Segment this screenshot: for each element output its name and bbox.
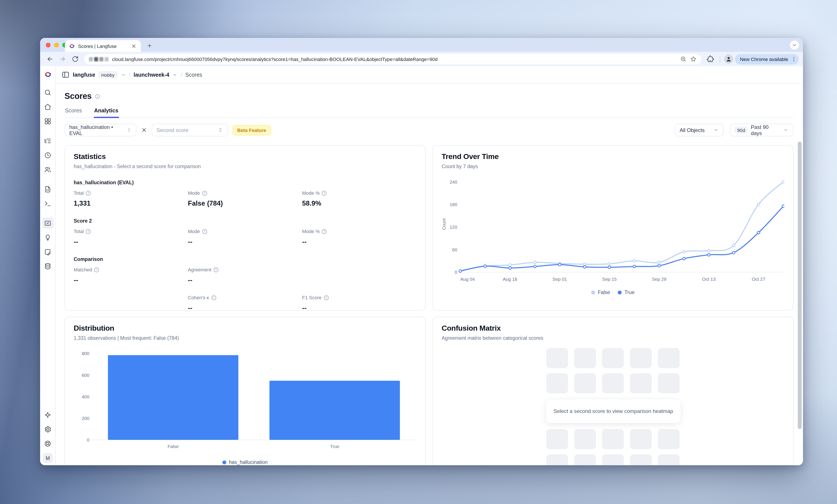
close-window-button[interactable] bbox=[46, 43, 51, 48]
zoom-icon[interactable] bbox=[680, 56, 687, 62]
svg-text:Aug 18: Aug 18 bbox=[503, 277, 517, 282]
user-avatar[interactable]: M bbox=[43, 453, 53, 463]
sidebar-item-tracing[interactable] bbox=[42, 135, 53, 146]
object-type-select[interactable]: All Objects bbox=[675, 124, 724, 136]
sidebar-item-prompts[interactable] bbox=[42, 183, 53, 195]
svg-text:180: 180 bbox=[450, 202, 457, 207]
svg-text:Sep 29: Sep 29 bbox=[652, 277, 666, 282]
desktop: Scores | Langfuse cloud.langfuse.com/pro… bbox=[0, 0, 837, 504]
sidebar-item-scores[interactable] bbox=[42, 217, 53, 229]
metric-cohens-kappa: Cohen's κ -- bbox=[188, 295, 302, 312]
score2-select[interactable]: Second score bbox=[152, 124, 228, 136]
heatmap-placeholder-top bbox=[546, 348, 680, 393]
help-icon[interactable] bbox=[214, 267, 218, 272]
chevron-down-icon bbox=[713, 127, 719, 133]
help-icon[interactable] bbox=[322, 229, 327, 234]
clear-score1-icon[interactable] bbox=[141, 127, 147, 133]
svg-text:Oct 27: Oct 27 bbox=[752, 277, 765, 282]
bookmark-star-icon[interactable] bbox=[690, 56, 697, 62]
distribution-legend: has_hallucination bbox=[74, 460, 416, 465]
tab-scores[interactable]: Scores bbox=[65, 108, 83, 118]
browser-tab[interactable]: Scores | Langfuse bbox=[65, 40, 141, 52]
svg-text:120: 120 bbox=[450, 225, 457, 229]
help-icon[interactable] bbox=[202, 229, 207, 234]
plan-badge: Hobby bbox=[98, 71, 118, 78]
heatmap-placeholder-cell bbox=[658, 454, 680, 465]
org-name[interactable]: langfuse bbox=[73, 72, 95, 78]
help-icon[interactable] bbox=[86, 229, 91, 234]
sidebar-item-dashboards[interactable] bbox=[42, 115, 53, 127]
legend-item-false: False bbox=[591, 290, 610, 295]
forward-button[interactable] bbox=[59, 55, 66, 63]
sidebar-item-datasets[interactable] bbox=[42, 261, 53, 272]
back-button[interactable] bbox=[46, 55, 54, 63]
tab-analytics[interactable]: Analytics bbox=[94, 108, 119, 118]
distribution-card: Distribution 1,331 observations | Most f… bbox=[65, 317, 426, 465]
sidebar-toggle-icon[interactable] bbox=[61, 71, 70, 79]
project-name[interactable]: launchweek-4 bbox=[133, 72, 170, 78]
svg-text:True: True bbox=[330, 444, 339, 449]
chevron-down-icon bbox=[783, 127, 789, 133]
page-tabs: Scores Analytics bbox=[65, 108, 794, 118]
svg-text:Sep 01: Sep 01 bbox=[553, 277, 567, 282]
window-controls[interactable] bbox=[46, 43, 67, 48]
page-scrollbar[interactable] bbox=[798, 142, 802, 429]
langfuse-favicon bbox=[69, 43, 75, 49]
metric-total-2: Total -- bbox=[74, 229, 188, 246]
heatmap-placeholder-cell bbox=[630, 348, 652, 368]
sidebar-nav bbox=[42, 83, 53, 272]
trend-title: Trend Over Time bbox=[442, 152, 784, 161]
help-icon[interactable] bbox=[324, 295, 328, 300]
sidebar-item-support[interactable] bbox=[42, 438, 53, 449]
tab-search-chevron-icon[interactable] bbox=[790, 40, 799, 50]
sidebar-item-home[interactable] bbox=[42, 101, 53, 112]
metric-f1-score: F1 Score -- bbox=[302, 295, 416, 312]
sidebar-item-whats-new[interactable] bbox=[42, 409, 53, 421]
page-title: Scores bbox=[65, 92, 92, 101]
toolbar-divider bbox=[720, 56, 720, 62]
tab-close-icon[interactable] bbox=[131, 43, 137, 49]
help-icon[interactable] bbox=[322, 191, 327, 195]
file-code-icon bbox=[44, 185, 51, 193]
extensions-icon[interactable] bbox=[707, 55, 714, 63]
sidebar-item-llm-as-a-judge[interactable] bbox=[42, 232, 53, 243]
clock-icon bbox=[44, 151, 51, 159]
comparison-heading: Comparison bbox=[74, 257, 416, 262]
help-icon[interactable] bbox=[202, 191, 207, 195]
new-tab-button[interactable] bbox=[145, 41, 154, 50]
page-content: Scores Scores Analytics has_hallucinatio… bbox=[56, 83, 803, 465]
heatmap-placeholder-cell bbox=[602, 373, 624, 393]
project-chevron-icon[interactable] bbox=[173, 72, 178, 77]
profile-avatar[interactable] bbox=[724, 54, 733, 63]
heatmap-placeholder-cell bbox=[658, 373, 680, 393]
langfuse-logo-icon[interactable] bbox=[44, 71, 52, 78]
statistics-card: Statistics has_hallucination - Select a … bbox=[65, 145, 426, 311]
minimize-window-button[interactable] bbox=[54, 43, 59, 48]
sidebar-item-annotation-queues[interactable] bbox=[42, 246, 53, 258]
score1-select[interactable]: has_hallucination • EVAL bbox=[65, 124, 137, 136]
new-chrome-button[interactable]: New Chrome available bbox=[735, 54, 799, 64]
help-icon[interactable] bbox=[94, 267, 99, 272]
date-range-select[interactable]: 90d Past 90 days bbox=[730, 124, 794, 136]
heatmap-placeholder-cell bbox=[574, 348, 596, 368]
trend-legend: FalseTrue bbox=[442, 290, 784, 295]
heatmap-placeholder-cell bbox=[546, 454, 568, 465]
home-icon bbox=[44, 103, 51, 110]
browser-menu-icon[interactable] bbox=[791, 56, 797, 62]
sidebar-item-search[interactable] bbox=[42, 87, 53, 98]
sidebar-item-sessions[interactable] bbox=[42, 149, 53, 161]
org-chevron-icon[interactable] bbox=[121, 72, 126, 77]
sidebar-bottom: M bbox=[42, 406, 53, 463]
refresh-button[interactable] bbox=[71, 55, 79, 63]
address-bar[interactable]: cloud.langfuse.com/project/cmhnuoj660007… bbox=[84, 54, 702, 64]
help-icon[interactable] bbox=[86, 191, 91, 195]
sidebar-item-settings[interactable] bbox=[42, 424, 53, 435]
sidebar-item-playground[interactable] bbox=[42, 198, 53, 209]
info-icon[interactable] bbox=[94, 93, 100, 99]
redacted-site-chip bbox=[89, 57, 109, 61]
help-icon[interactable] bbox=[211, 295, 216, 300]
browser-toolbar: cloud.langfuse.com/project/cmhnuoj660007… bbox=[40, 52, 803, 66]
svg-text:Oct 13: Oct 13 bbox=[702, 277, 716, 282]
sidebar-item-users[interactable] bbox=[42, 164, 53, 175]
trend-subtitle: Count by 7 days bbox=[442, 164, 784, 169]
